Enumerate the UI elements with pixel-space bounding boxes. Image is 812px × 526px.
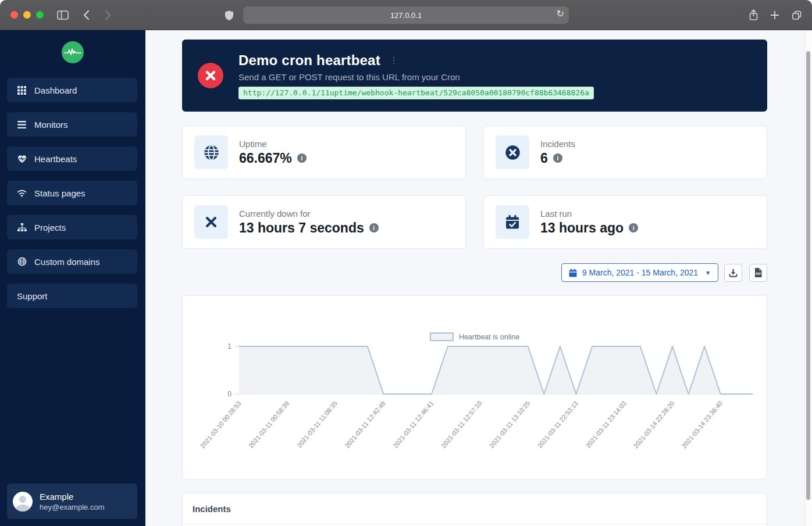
zoom-window-button[interactable]	[36, 11, 44, 19]
heartbeat-area-chart: 102021-03-10 00:28:532021-03-11 00:58:39…	[183, 296, 767, 479]
info-icon[interactable]: i	[297, 153, 307, 163]
x-axis-label: 2021-03-11 12:57:10	[440, 400, 483, 449]
incidents-header: Incidents	[183, 493, 767, 524]
sidebar-item-label: Heartbeats	[34, 154, 77, 164]
x-axis-label: 2021-03-14 23:36:40	[680, 400, 724, 450]
download-pdf-button[interactable]: PDF	[749, 264, 767, 282]
sidebar: Dashboard Monitors Heartbeats Status pag…	[0, 30, 145, 526]
sidebar-item-label: Dashboard	[34, 85, 77, 95]
new-tab-icon[interactable]	[768, 8, 782, 22]
stat-label: Currently down for	[239, 209, 379, 219]
sidebar-item-projects[interactable]: Projects	[7, 215, 137, 239]
webhook-url[interactable]: http://127.0.0.1/11uptime/webhook-heartb…	[238, 87, 594, 99]
sidebar-item-label: Support	[17, 291, 48, 301]
legend-label: Heartbeat is online	[459, 333, 519, 341]
back-icon[interactable]	[79, 8, 93, 22]
date-range-picker[interactable]: 9 March, 2021 - 15 March, 2021 ▼	[561, 263, 718, 282]
x-axis-label: 2021-03-11 00:58:39	[247, 400, 290, 449]
x-axis-label: 2021-03-10 00:28:53	[199, 400, 243, 450]
calendar-check-icon	[496, 205, 529, 239]
scrollbar-thumb[interactable]	[806, 51, 810, 500]
browser-chrome: 127.0.0.1 ↻	[0, 0, 812, 30]
x-axis-label: 2021-03-11 12:46:41	[391, 400, 435, 449]
privacy-shield-icon[interactable]	[222, 8, 236, 22]
y-axis-label: 1	[227, 342, 232, 350]
x-axis-label: 2021-03-11 23:14:03	[585, 400, 628, 449]
user-account-button[interactable]: Example hey@example.com	[7, 484, 137, 519]
info-icon[interactable]: i	[369, 223, 379, 232]
x-axis-label: 2021-03-11 22:53:13	[536, 400, 579, 449]
sidebar-toggle-icon[interactable]	[56, 8, 70, 22]
times-icon	[194, 205, 228, 239]
page-title: Demo cron heartbeat	[238, 52, 380, 69]
address-bar-url: 127.0.0.1	[390, 11, 422, 20]
download-icon	[729, 269, 738, 277]
chart-area-fill	[239, 346, 753, 394]
date-range-label: 9 March, 2021 - 15 March, 2021	[582, 268, 698, 277]
sidebar-item-status-pages[interactable]: Status pages	[7, 181, 137, 205]
stat-card-uptime: Uptime 66.667% i	[182, 126, 466, 179]
info-icon[interactable]: i	[553, 153, 562, 163]
sidebar-item-dashboard[interactable]: Dashboard	[7, 78, 137, 102]
close-window-button[interactable]	[10, 11, 18, 19]
stat-label: Incidents	[540, 139, 575, 149]
scrollbar-track[interactable]	[804, 30, 812, 526]
x-axis-label: 2021-03-11 11:08:35	[295, 400, 339, 449]
sidebar-item-support[interactable]: Support	[7, 284, 137, 308]
globe-icon	[194, 135, 228, 169]
user-name: Example	[40, 492, 104, 502]
grid-icon	[17, 85, 27, 95]
stats-grid: Uptime 66.667% i Incidents 6	[182, 126, 767, 249]
heart-pulse-icon	[17, 154, 27, 164]
info-icon[interactable]: i	[629, 223, 638, 232]
y-axis-label: 0	[227, 390, 232, 398]
user-email: hey@example.com	[40, 503, 104, 511]
forward-icon[interactable]	[101, 8, 115, 22]
tab-overview-icon[interactable]	[790, 8, 804, 22]
sidebar-item-heartbeats[interactable]: Heartbeats	[7, 146, 137, 171]
sidebar-item-custom-domains[interactable]: Custom domains	[7, 249, 137, 274]
banner-subtitle: Send a GET or POST request to this URL f…	[238, 72, 594, 82]
times-circle-icon	[198, 63, 223, 88]
sitemap-icon	[17, 223, 27, 232]
calendar-icon	[569, 269, 577, 277]
avatar	[13, 492, 33, 511]
main-content: Demo cron heartbeat ⋮ Send a GET or POST…	[145, 30, 812, 526]
stat-value: 6	[540, 151, 548, 166]
wifi-icon	[17, 188, 27, 198]
stat-value: 13 hours ago	[540, 220, 624, 236]
incidents-card: Incidents	[182, 493, 767, 526]
legend-swatch	[430, 332, 454, 341]
app-logo-heartbeat-icon[interactable]	[62, 41, 84, 63]
sidebar-item-label: Monitors	[34, 120, 68, 130]
x-axis-label: 2021-03-14 22:28:20	[632, 400, 676, 450]
browser-window: 127.0.0.1 ↻ Dashboard	[0, 0, 812, 526]
chart-legend[interactable]: Heartbeat is online	[430, 332, 519, 341]
chevron-down-icon: ▼	[705, 270, 711, 276]
stat-card-currently-down: Currently down for 13 hours 7 seconds i	[182, 195, 466, 249]
heartbeat-chart-card: 102021-03-10 00:28:532021-03-11 00:58:39…	[182, 295, 767, 480]
stat-value: 13 hours 7 seconds	[239, 220, 364, 236]
minimize-window-button[interactable]	[23, 11, 31, 19]
stat-value: 66.667%	[239, 151, 292, 166]
download-csv-button[interactable]	[724, 264, 742, 282]
file-pdf-icon: PDF	[754, 268, 762, 277]
times-circle-icon	[496, 135, 529, 169]
stat-card-last-run: Last run 13 hours ago i	[483, 195, 767, 249]
stat-label: Uptime	[239, 139, 307, 149]
globe-icon	[17, 257, 27, 267]
sidebar-item-label: Status pages	[34, 188, 86, 198]
list-icon	[17, 120, 27, 130]
traffic-lights	[10, 11, 44, 19]
kebab-menu-icon[interactable]: ⋮	[387, 56, 401, 65]
sidebar-item-monitors[interactable]: Monitors	[7, 112, 137, 137]
x-axis-label: 2021-03-11 13:10:25	[488, 400, 531, 449]
share-icon[interactable]	[746, 8, 760, 22]
sidebar-item-label: Projects	[34, 223, 66, 232]
reload-icon[interactable]: ↻	[557, 8, 564, 19]
x-axis-label: 2021-03-11 12:42:48	[344, 400, 387, 449]
heartbeat-banner: Demo cron heartbeat ⋮ Send a GET or POST…	[182, 40, 767, 112]
address-bar[interactable]: 127.0.0.1 ↻	[243, 6, 569, 24]
stat-label: Last run	[540, 209, 638, 219]
incidents-title: Incidents	[193, 504, 231, 514]
